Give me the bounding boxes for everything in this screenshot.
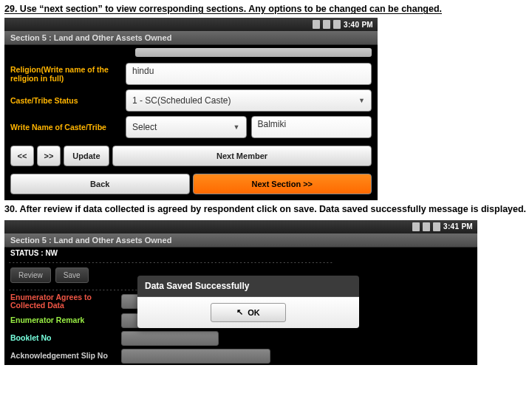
- dialog-title: Data Saved Successfully: [137, 276, 359, 297]
- caste-status-value: 1 - SC(Scheduled Caste): [132, 95, 231, 106]
- phone-screen-1: 3:40 PM Section 5 : Land and Other Asset…: [4, 18, 378, 200]
- status-nw: STATUS : NW: [4, 248, 477, 259]
- form-area: Religion(Write name of the religion in f…: [4, 45, 378, 200]
- row-caste-status: Caste/Tribe Status 1 - SC(Scheduled Cast…: [10, 89, 372, 112]
- battery-icon: [333, 20, 341, 29]
- label-enum-remark: Enumerator Remark: [10, 316, 121, 325]
- field-stub: [135, 48, 372, 57]
- label-caste-name: Write Name of Caste/Tribe: [10, 123, 126, 132]
- chevron-down-icon: ▼: [358, 97, 365, 104]
- row-caste-name: Write Name of Caste/Tribe Select ▼ Balmi…: [10, 116, 372, 138]
- next-button[interactable]: >>: [37, 146, 61, 166]
- step-30-heading: 30. After review if data collected is ag…: [0, 200, 532, 216]
- ok-button[interactable]: ↖ OK: [211, 303, 286, 322]
- label-enum-agrees: Enumerator Agrees to Collected Data: [10, 293, 121, 310]
- label-caste-status: Caste/Tribe Status: [10, 96, 126, 105]
- ack-input[interactable]: [121, 349, 270, 364]
- update-button[interactable]: Update: [64, 146, 109, 166]
- caste-name-select[interactable]: Select ▼: [126, 116, 247, 138]
- save-button[interactable]: Save: [55, 267, 89, 283]
- review-button[interactable]: Review: [10, 267, 51, 283]
- step-29-heading: 29. Use “next section” to view correspon…: [0, 0, 532, 16]
- label-booklet: Booklet No: [10, 334, 121, 343]
- clock: 3:40 PM: [344, 21, 373, 29]
- phone-screen-2: 3:41 PM Section 5 : Land and Other Asset…: [4, 220, 477, 365]
- signal-icon: [423, 222, 430, 231]
- section-title: Section 5 : Land and Other Assets Owned: [4, 31, 378, 45]
- battery-icon: [433, 222, 440, 231]
- data-saved-dialog: Data Saved Successfully ↖ OK: [137, 276, 359, 328]
- row-religion: Religion(Write name of the religion in f…: [10, 63, 372, 85]
- status-bar: 3:40 PM: [4, 18, 378, 31]
- 3g-icon: [313, 20, 320, 29]
- buttons-row-2: Back Next Section >>: [10, 174, 372, 194]
- row-booklet: Booklet No: [4, 330, 477, 347]
- caste-status-select[interactable]: 1 - SC(Scheduled Caste) ▼: [126, 89, 372, 112]
- prev-button[interactable]: <<: [10, 146, 34, 166]
- row-ack: Acknowledgement Slip No: [4, 347, 477, 365]
- label-ack: Acknowledgement Slip No: [10, 352, 121, 361]
- signal-icon: [323, 20, 330, 29]
- cursor-icon: ↖: [236, 307, 243, 317]
- clock: 3:41 PM: [443, 222, 473, 231]
- divider: - - - - - - - - - - - - - - - - - - - - …: [4, 259, 477, 265]
- label-religion: Religion(Write name of the religion in f…: [10, 65, 126, 83]
- ok-label: OK: [248, 308, 260, 317]
- religion-input[interactable]: hindu: [126, 63, 372, 85]
- caste-name-input[interactable]: Balmiki: [251, 116, 372, 138]
- chevron-down-icon: ▼: [233, 123, 240, 131]
- caste-select-value: Select: [132, 122, 157, 132]
- next-member-button[interactable]: Next Member: [112, 146, 372, 166]
- dialog-body: ↖ OK: [137, 297, 359, 328]
- 3g-icon: [412, 222, 420, 231]
- back-button[interactable]: Back: [10, 174, 190, 194]
- status-bar: 3:41 PM: [4, 220, 477, 233]
- booklet-input[interactable]: [121, 331, 219, 346]
- next-section-button[interactable]: Next Section >>: [193, 174, 372, 194]
- buttons-row-1: << >> Update Next Member: [10, 146, 372, 166]
- section-title-2: Section 5 : Land and Other Assets Owned: [4, 233, 477, 248]
